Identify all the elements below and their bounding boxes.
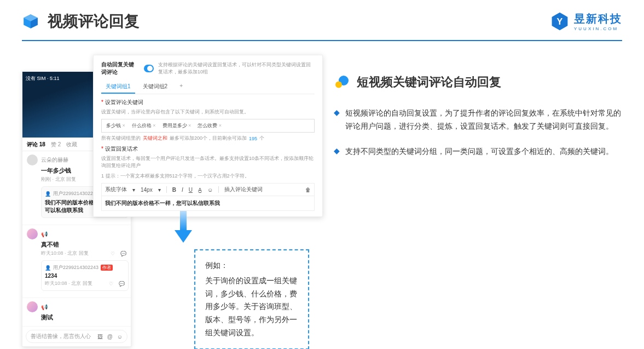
box-icon: [22, 13, 39, 30]
bullet-item: ◆ 短视频评论的自动回复设置，为了提升作者的评论回复效率，在系统中针对常见的评论…: [334, 107, 622, 133]
reply-text: 1234: [45, 273, 125, 279]
tab-comments[interactable]: 评论 18: [27, 141, 45, 148]
svg-rect-5: [180, 211, 187, 230]
reply-user: 用户2299214302243: [53, 190, 98, 197]
arrow-down-icon: [172, 211, 194, 244]
left-column: 自动回复关键词评论 支持根据评论的关键词设置回复话术，可以针对不同类型关键词设置…: [22, 55, 306, 170]
bullet-item: ◆ 支持不同类型的关键词分组，同一类问题，可设置多个相近的、高频的关键词。: [334, 145, 622, 158]
avatar: [27, 228, 38, 239]
input-placeholder: 善语结善缘，恶言伤人心: [31, 333, 91, 340]
settings-panel: 自动回复关键词评论 支持根据评论的关键词设置回复话术，可以针对不同类型关键词设置…: [93, 55, 323, 217]
tab-fav[interactable]: 收藏: [66, 141, 77, 148]
italic-icon[interactable]: I: [182, 187, 183, 193]
comment-meta: 昨天10:08 · 北京 回复: [41, 250, 89, 257]
reply-section-label: 设置回复话术: [101, 145, 315, 153]
auto-reply-toggle[interactable]: [144, 65, 154, 72]
avatar: [27, 155, 38, 165]
at-icon[interactable]: @: [107, 334, 113, 340]
avatar: [27, 301, 38, 312]
auto-reply-label: 自动回复关键词评论: [101, 61, 140, 76]
header-divider: [22, 40, 622, 41]
comment-item: 📢 测试: [22, 298, 131, 327]
logo-text-cn: 昱新科技: [574, 12, 622, 26]
comment-item: 📢 真不错 昨天10:08 · 北京 回复♡💬 👤 用户229921430224…: [22, 225, 131, 298]
insert-keyword-button[interactable]: 插入评论关键词: [224, 186, 263, 193]
section-heading: 短视频关键词评论自动回复: [357, 74, 501, 90]
logo-text-en: YUUXIN.COM: [574, 26, 622, 31]
svg-marker-6: [175, 230, 192, 243]
tag-item[interactable]: 费用是多少: [160, 122, 194, 130]
comment-author: 云朵的赫赫: [41, 156, 68, 164]
reply-section-hint: 设置回复话术，每回复一个用户评论只发送一条话术。最多支持设置10条不同话术，按添…: [101, 155, 315, 169]
heart-icon[interactable]: ♡: [111, 251, 115, 256]
tag-item[interactable]: 什么价格: [130, 122, 158, 130]
image-icon[interactable]: 🖼: [97, 334, 103, 340]
emoji-icon[interactable]: ☺: [117, 334, 123, 340]
reply-user: 用户2299214302243: [53, 264, 98, 271]
font-select[interactable]: 系统字体: [105, 186, 127, 193]
person-icon: 👤: [45, 265, 51, 271]
emoji-icon[interactable]: ☺: [207, 187, 213, 193]
example-body: 关于询价的设置成一组关键词，多少钱、什么价格，费用多少等。关于咨询班型、版本、型…: [205, 274, 298, 340]
keyword-section-hint: 设置关键词，当评论里内容包含了以下关键词，则系统可自动回复。: [101, 108, 315, 116]
right-column: 短视频关键词评论自动回复 ◆ 短视频评论的自动回复设置，为了提升作者的评论回复效…: [334, 55, 622, 170]
page-header: 视频评论回复 Y 昱新科技 YUUXIN.COM: [0, 0, 644, 37]
bullet-text: 支持不同类型的关键词分组，同一类问题，可设置多个相近的、高频的关键词。: [345, 145, 613, 158]
page-title: 视频评论回复: [48, 11, 140, 32]
comment-text: 真不错: [41, 241, 126, 249]
heart-icon[interactable]: ♡: [109, 281, 113, 287]
auto-reply-hint: 支持根据评论的关键词设置回复话术，可以针对不同类型关键词设置回复话术，最多添加1…: [158, 61, 315, 76]
bullet-icon: ◆: [334, 108, 340, 133]
comment-meta: 昨天10:08 · 北京 回复: [45, 280, 92, 287]
bullet-icon: ◆: [334, 146, 340, 158]
svg-text:Y: Y: [557, 16, 563, 26]
tab-add[interactable]: +: [175, 81, 187, 94]
reply-tip: 1 提示：一个富文本框最多支持512个字符，一个汉字占用2个字符。: [101, 173, 315, 180]
chat-bubble-icon: [334, 74, 350, 90]
person-icon: 👤: [45, 191, 51, 197]
comment-author: 📢: [41, 304, 48, 310]
bold-icon[interactable]: B: [172, 187, 176, 193]
brand-logo: Y 昱新科技 YUUXIN.COM: [550, 12, 622, 31]
underline-icon[interactable]: U: [189, 187, 193, 193]
example-title: 例如：: [205, 259, 298, 272]
delete-icon[interactable]: 🗑: [305, 187, 311, 193]
comment-icon[interactable]: 💬: [120, 251, 126, 256]
comment-author: 📢: [41, 231, 48, 237]
comment-input[interactable]: 善语结善缘，恶言伤人心 🖼 @ ☺: [26, 330, 127, 343]
author-badge: 作者: [101, 265, 113, 271]
tag-item[interactable]: 多少钱: [104, 122, 127, 130]
editor-body[interactable]: 我们不同的版本价格不一样，您可以私信联系我: [101, 196, 315, 211]
fontsize-select[interactable]: 14px: [141, 187, 153, 193]
logo-icon: Y: [550, 12, 570, 31]
comment-text: 测试: [41, 313, 126, 322]
reply-bubble: 👤 用户2299214302243 作者 1234 昨天10:08 · 北京 回…: [41, 260, 129, 291]
tab-group2[interactable]: 关键词组2: [138, 81, 172, 94]
keyword-count-info: 所有关键词组里的 关键词之和 最多可添加200个，目前剩余可添加 195 个: [101, 135, 315, 142]
keyword-section-label: 设置评论关键词: [101, 99, 315, 106]
editor-toolbar: 系统字体 ▾ 14px ▾ B I U A̲ ☺ 插入评论关键词 🗑: [101, 183, 315, 196]
svg-point-8: [335, 82, 342, 88]
tag-item[interactable]: 怎么收费: [195, 122, 224, 130]
tab-likes[interactable]: 赞 2: [51, 141, 61, 148]
bullet-text: 短视频评论的自动回复设置，为了提升作者的评论回复效率，在系统中针对常见的评论用户…: [345, 107, 622, 133]
example-box: 例如： 关于询价的设置成一组关键词，多少钱、什么价格，费用多少等。关于咨询班型、…: [194, 249, 309, 349]
keyword-tags[interactable]: 多少钱 什么价格 费用是多少 怎么收费: [101, 119, 315, 133]
color-icon[interactable]: A̲: [198, 187, 202, 193]
comment-icon[interactable]: 💬: [119, 281, 125, 287]
tab-group1[interactable]: 关键词组1: [101, 81, 135, 94]
